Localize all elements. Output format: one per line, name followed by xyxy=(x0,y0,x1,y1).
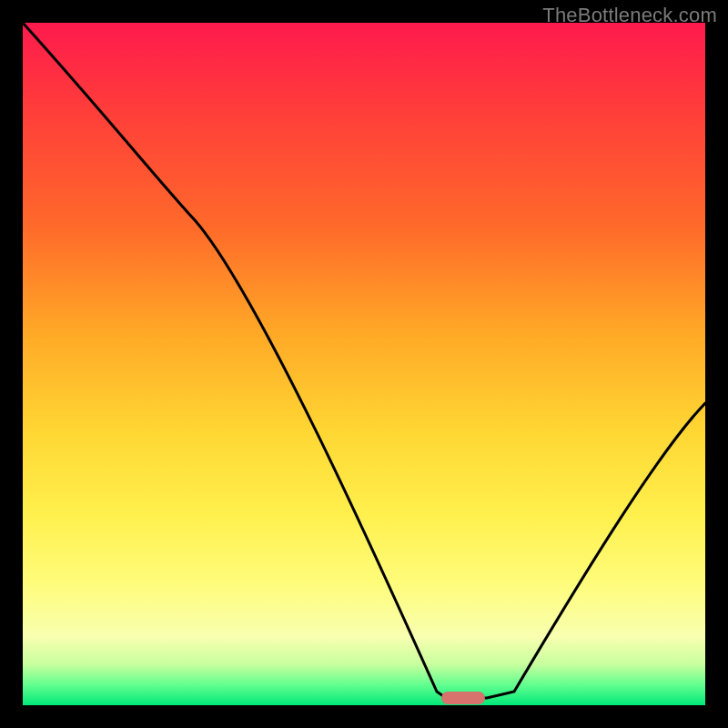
optimal-range-marker xyxy=(441,692,485,704)
chart-plot-area xyxy=(23,23,705,705)
curve-path xyxy=(23,23,705,698)
watermark-text: TheBottleneck.com xyxy=(542,4,717,27)
bottleneck-curve xyxy=(23,23,705,705)
